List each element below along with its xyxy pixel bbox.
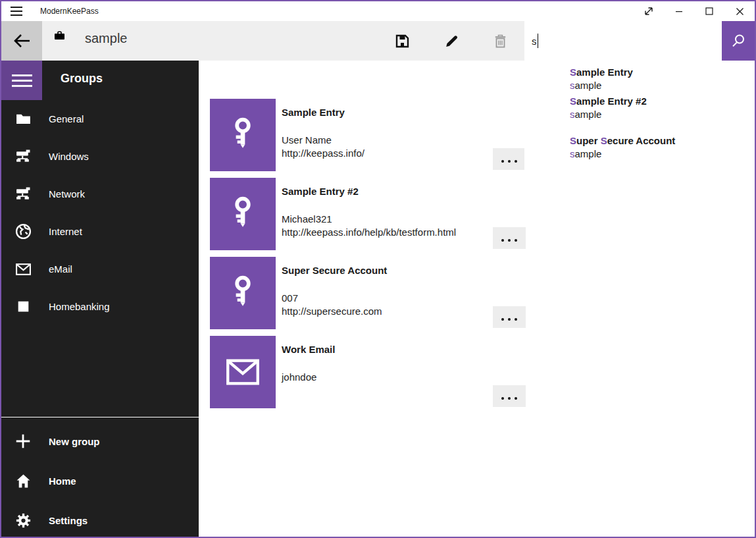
sidebar-item-email[interactable]: eMail <box>1 250 199 288</box>
app-bar: sample s <box>1 21 755 61</box>
text-caret <box>538 34 539 48</box>
entry-username: Michael321 <box>282 213 456 226</box>
suggestion-subtitle: sample <box>570 79 755 92</box>
groups-header: Groups <box>61 72 103 86</box>
square-icon <box>14 298 32 315</box>
sidebar-item-label: Home <box>49 475 76 487</box>
entry-details: Michael321 http://keepass.info/help/kb/t… <box>282 213 456 239</box>
search-button[interactable] <box>722 21 755 61</box>
close-icon <box>736 7 744 16</box>
sidebar-divider <box>1 417 199 417</box>
sidebar-item-internet[interactable]: Internet <box>1 213 199 250</box>
sidebar-item-label: Homebanking <box>49 301 110 312</box>
folder-icon <box>14 111 32 128</box>
search-input[interactable]: s <box>524 21 722 61</box>
entry-username: User Name <box>282 134 365 147</box>
database-title: sample <box>85 31 127 46</box>
save-button[interactable] <box>386 25 418 57</box>
sidebar-item-label: eMail <box>49 263 72 275</box>
search-input-value: s <box>532 36 537 47</box>
entry-tile <box>210 99 276 171</box>
ellipsis-icon <box>499 153 519 165</box>
maximize-icon <box>705 7 713 15</box>
edit-button[interactable] <box>436 25 467 57</box>
entry-url: http://keepass.info/help/kb/testform.htm… <box>282 226 456 239</box>
more-button[interactable] <box>493 306 526 328</box>
entry-details: User Name http://keepass.info/ <box>282 134 365 160</box>
minimize-button[interactable] <box>664 1 694 21</box>
sidebar-item-new-group[interactable]: New group <box>1 421 199 461</box>
more-button[interactable] <box>493 227 526 249</box>
ellipsis-icon <box>499 390 519 402</box>
entry-details: johndoe <box>282 371 316 384</box>
entry-username: johndoe <box>282 371 316 384</box>
gear-icon <box>14 512 32 529</box>
suggestion-item[interactable]: Super Secure Account sample <box>524 134 755 174</box>
key-icon <box>226 196 259 232</box>
sidebar-item-settings[interactable]: Settings <box>1 500 199 538</box>
entry-title: Work Email <box>282 344 335 355</box>
back-button[interactable] <box>1 21 42 61</box>
sidebar-item-label: Network <box>49 188 85 200</box>
mail-icon <box>14 261 32 278</box>
entry-tile <box>210 178 276 250</box>
key-icon <box>226 117 259 153</box>
network-icon <box>14 186 32 203</box>
titlebar-hamburger-icon[interactable] <box>11 7 22 16</box>
plus-icon <box>14 433 32 450</box>
mail-icon <box>226 358 260 387</box>
suggestion-subtitle: sample <box>570 148 755 161</box>
sidebar-item-label: New group <box>49 436 100 447</box>
delete-button[interactable] <box>484 25 516 57</box>
entry-url: http://keepass.info/ <box>282 147 365 160</box>
sidebar: Groups General <box>1 61 199 537</box>
suggestion-item[interactable]: Sample Entry sample <box>524 61 755 95</box>
sidebar-item-general[interactable]: General <box>1 100 199 138</box>
minimize-icon <box>675 7 683 15</box>
entry-details: 007 http://supersecure.com <box>282 292 382 318</box>
entry-row[interactable]: Work Email johndoe <box>210 336 527 408</box>
group-list: General Windows <box>1 100 199 325</box>
title-bar: ModernKeePass <box>1 1 755 21</box>
entry-title: Sample Entry #2 <box>282 186 359 197</box>
entry-row[interactable]: Sample Entry #2 Michael321 http://keepas… <box>210 178 527 250</box>
suggestion-item[interactable]: Sample Entry #2 sample <box>524 95 755 134</box>
entry-title: Sample Entry <box>282 107 345 118</box>
more-button[interactable] <box>493 385 526 407</box>
maximize-button[interactable] <box>694 1 724 21</box>
app-window: ModernKeePass <box>0 0 756 538</box>
entry-row[interactable]: Sample Entry User Name http://keepass.in… <box>210 99 527 171</box>
more-button[interactable] <box>493 148 526 170</box>
fullscreen-button[interactable] <box>634 1 664 21</box>
entry-url: http://supersecure.com <box>282 305 382 318</box>
sidebar-item-network[interactable]: Network <box>1 175 199 213</box>
sidebar-item-label: Windows <box>49 151 89 162</box>
entry-tile <box>210 336 276 408</box>
sidebar-item-label: Settings <box>49 515 88 526</box>
sidebar-item-label: Internet <box>49 226 82 237</box>
sidebar-item-homebanking[interactable]: Homebanking <box>1 288 199 325</box>
network-icon <box>14 148 32 165</box>
close-button[interactable] <box>724 1 755 21</box>
search-icon <box>730 33 746 49</box>
home-icon <box>14 472 32 489</box>
entry-row[interactable]: Super Secure Account 007 http://supersec… <box>210 257 527 329</box>
sidebar-item-label: General <box>49 113 84 124</box>
sidebar-item-home[interactable]: Home <box>1 461 199 500</box>
sidebar-item-windows[interactable]: Windows <box>1 138 199 175</box>
app-title: ModernKeePass <box>40 7 99 16</box>
entry-username: 007 <box>282 292 382 305</box>
delete-icon <box>493 34 508 49</box>
suggestion-title: Super Secure Account <box>570 134 755 148</box>
suggestion-title: Sample Entry <box>570 66 755 79</box>
ellipsis-icon <box>499 311 519 323</box>
back-arrow-icon <box>12 32 32 50</box>
ellipsis-icon <box>499 232 519 244</box>
key-icon <box>226 275 259 311</box>
globe-icon <box>14 223 32 240</box>
window-controls <box>634 1 755 21</box>
sidebar-actions: New group Home <box>1 421 199 538</box>
hamburger-button[interactable] <box>1 61 42 100</box>
edit-icon <box>444 34 459 49</box>
hamburger-icon <box>12 74 32 87</box>
